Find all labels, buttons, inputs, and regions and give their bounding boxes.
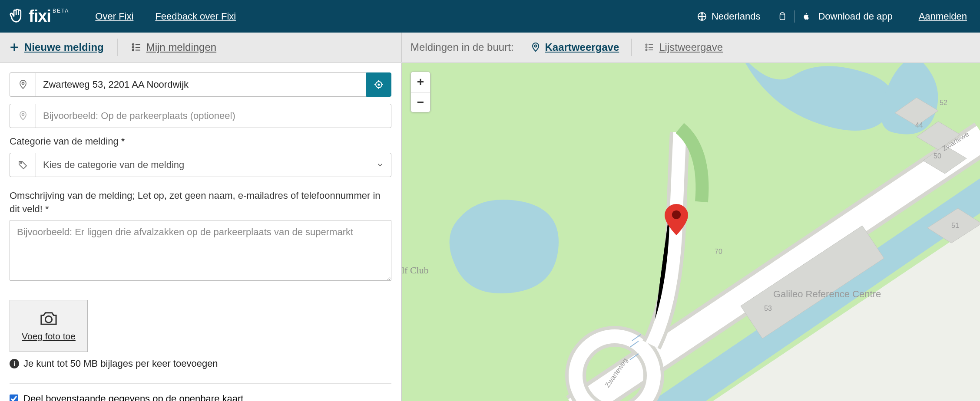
divider: [631, 39, 632, 56]
svg-point-10: [378, 84, 380, 85]
add-photo-button[interactable]: Voeg foto toe: [10, 300, 88, 352]
map-canvas: [402, 63, 980, 401]
bld-num: 52: [940, 99, 947, 107]
list-icon: [131, 42, 142, 53]
map-marker-icon: [664, 204, 689, 235]
category-placeholder: Kies de categorie van de melding: [43, 159, 184, 171]
language-switch[interactable]: Nederlands: [697, 11, 761, 22]
tab-list-view[interactable]: Lijstweergave: [644, 41, 723, 53]
svg-point-3: [132, 49, 133, 51]
category-select-row: Kies de categorie van de melding: [10, 153, 391, 177]
detail-location-input[interactable]: [36, 104, 391, 128]
tab-new-report[interactable]: Nieuwe melding: [9, 41, 104, 53]
apple-icon[interactable]: [801, 12, 811, 21]
category-label: Categorie van de melding *: [10, 135, 391, 148]
svg-point-7: [646, 49, 647, 51]
svg-point-2: [132, 46, 133, 48]
zoom-out-button[interactable]: −: [411, 92, 430, 112]
description-textarea[interactable]: [10, 220, 391, 281]
crosshair-icon: [374, 79, 384, 90]
tab-list-view-label: Lijstweergave: [659, 41, 723, 53]
zoom-control: + −: [411, 72, 430, 112]
svg-point-22: [672, 210, 681, 219]
address-field-row: [10, 72, 391, 97]
signin-link[interactable]: Aanmelden: [919, 11, 967, 22]
list-icon: [644, 42, 655, 53]
android-icon[interactable]: [778, 12, 787, 21]
top-header: fixi BETA Over Fixi Feedback over Fixi N…: [0, 0, 980, 33]
divider: [10, 383, 391, 384]
svg-point-4: [534, 45, 536, 47]
divider: [794, 10, 795, 23]
poi-golfclub: lf Club: [402, 265, 429, 276]
use-my-location-button[interactable]: [366, 72, 391, 97]
tab-new-report-label: Nieuwe melding: [24, 41, 104, 53]
bld-num: 50: [934, 152, 941, 160]
feedback-link[interactable]: Feedback over Fixi: [155, 11, 236, 22]
attachment-hint-text: Je kunt tot 50 MB bijlages per keer toev…: [23, 358, 218, 369]
camera-icon: [39, 310, 59, 327]
svg-point-5: [646, 44, 647, 46]
bld-num: 51: [951, 222, 959, 230]
tab-map-view-label: Kaartweergave: [545, 41, 619, 53]
nearby-label: Meldingen in de buurt:: [411, 41, 514, 53]
info-icon: i: [10, 359, 19, 368]
download-app-label[interactable]: Download de app: [818, 11, 892, 22]
svg-point-11: [22, 114, 24, 116]
sub-nav: Nieuwe melding Mijn meldingen Meldingen …: [0, 33, 980, 63]
location-pin-icon: [10, 72, 36, 97]
svg-point-1: [132, 44, 133, 45]
attachment-hint: i Je kunt tot 50 MB bijlages per keer to…: [10, 358, 391, 369]
svg-point-13: [45, 316, 52, 323]
appstore-links: Download de app: [778, 10, 892, 23]
report-form: Categorie van de melding * Kies de categ…: [0, 63, 402, 401]
svg-point-8: [22, 82, 24, 85]
chevron-down-icon: [376, 161, 384, 169]
share-checkbox-row[interactable]: Deel bovenstaande gegevens op de openbar…: [10, 393, 391, 401]
svg-point-6: [646, 47, 647, 48]
globe-icon: [697, 11, 707, 22]
tag-icon: [10, 153, 36, 177]
bld-num: 53: [764, 305, 772, 312]
beta-badge: BETA: [53, 8, 69, 14]
tab-my-reports-label: Mijn meldingen: [146, 41, 216, 53]
bld-num: 70: [715, 248, 722, 256]
map[interactable]: + − lf Club Zwarteweg Zwartewe Galileo R…: [402, 63, 980, 401]
logo[interactable]: fixi BETA: [8, 7, 69, 26]
about-link[interactable]: Over Fixi: [95, 11, 133, 22]
tab-my-reports[interactable]: Mijn meldingen: [131, 41, 216, 53]
detail-location-row: [10, 104, 391, 128]
description-label: Omschrijving van de melding; Let op, zet…: [10, 189, 391, 216]
logo-text: fixi: [29, 7, 51, 26]
location-pin-outline-icon: [10, 104, 36, 128]
poi-galileo: Galileo Reference Centre: [773, 289, 881, 300]
share-checkbox-label: Deel bovenstaande gegevens op de openbar…: [23, 393, 243, 401]
category-select[interactable]: Kies de categorie van de melding: [36, 153, 391, 177]
svg-point-12: [20, 162, 22, 164]
address-input[interactable]: [36, 72, 366, 97]
share-checkbox[interactable]: [10, 394, 18, 401]
main-split: Categorie van de melding * Kies de categ…: [0, 63, 980, 401]
zoom-in-button[interactable]: +: [411, 72, 430, 92]
bld-num: 44: [915, 122, 923, 129]
plus-icon: [9, 42, 20, 53]
add-photo-label: Voeg foto toe: [22, 331, 76, 342]
pin-icon: [530, 42, 541, 53]
tab-map-view[interactable]: Kaartweergave: [530, 41, 619, 53]
hand-icon: [8, 7, 26, 26]
language-label: Nederlands: [712, 11, 761, 22]
divider: [117, 39, 118, 56]
